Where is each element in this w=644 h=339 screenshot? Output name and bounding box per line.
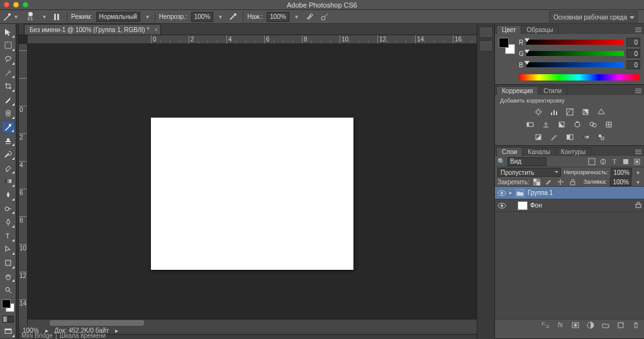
blue-slider[interactable] bbox=[526, 62, 624, 67]
fg-swatch[interactable] bbox=[499, 38, 509, 48]
panel-menu-icon[interactable] bbox=[634, 25, 643, 34]
new-fill-adj-icon[interactable] bbox=[586, 321, 595, 330]
chevron-down-icon[interactable]: ▾ bbox=[144, 12, 151, 22]
tab-channels[interactable]: Каналы bbox=[522, 147, 556, 156]
layer-row[interactable]: ▸ Группа 1 bbox=[495, 187, 644, 199]
hand-tool[interactable] bbox=[1, 270, 15, 283]
filter-smart-icon[interactable] bbox=[633, 157, 641, 166]
black-white-icon[interactable] bbox=[557, 120, 567, 129]
blend-mode-select[interactable]: Нормальный bbox=[96, 12, 140, 22]
layer-name[interactable]: Группа 1 bbox=[528, 189, 553, 196]
lock-transparency-icon[interactable] bbox=[533, 177, 541, 186]
quick-mask-toggle[interactable] bbox=[3, 316, 14, 323]
threshold-icon[interactable] bbox=[565, 133, 575, 142]
vibrance-icon[interactable] bbox=[596, 108, 606, 116]
blend-mode-select[interactable]: Пропустить bbox=[497, 168, 561, 177]
crop-tool[interactable] bbox=[1, 80, 15, 92]
dodge-tool[interactable] bbox=[1, 203, 15, 215]
photo-filter-icon[interactable] bbox=[572, 120, 582, 129]
gradient-map-icon[interactable] bbox=[580, 133, 591, 142]
current-tool-indicator[interactable]: ▾ bbox=[3, 12, 19, 22]
chevron-down-icon[interactable]: ▾ bbox=[635, 177, 641, 187]
opacity-field[interactable]: 100% bbox=[191, 12, 214, 22]
chevron-down-icon[interactable]: ▾ bbox=[41, 12, 48, 22]
visibility-toggle-icon[interactable] bbox=[497, 189, 506, 197]
horizontal-ruler[interactable]: 024681012141618202224 bbox=[28, 35, 477, 44]
gradient-tool[interactable] bbox=[1, 175, 15, 188]
layers-list[interactable]: ▸ Группа 1 Фон bbox=[495, 187, 644, 319]
slider-handle-icon[interactable] bbox=[525, 38, 530, 45]
trash-icon[interactable] bbox=[631, 321, 640, 330]
layer-fill-field[interactable]: 100% bbox=[610, 177, 631, 186]
filter-type-icon[interactable]: T bbox=[610, 157, 619, 166]
marquee-tool[interactable] bbox=[1, 40, 15, 52]
document-tab[interactable]: Без имени-1 @ 100% (Группа 1, RGB/8) * × bbox=[24, 24, 161, 35]
chevron-down-icon[interactable]: ▾ bbox=[635, 167, 641, 177]
slider-handle-icon[interactable] bbox=[525, 61, 530, 67]
color-lookup-icon[interactable] bbox=[604, 120, 614, 129]
collapsed-panel-icon[interactable] bbox=[480, 42, 492, 50]
tab-color[interactable]: Цвет bbox=[496, 25, 521, 34]
exposure-icon[interactable] bbox=[580, 108, 591, 116]
channel-mixer-icon[interactable] bbox=[588, 120, 598, 129]
pressure-size-icon[interactable] bbox=[319, 11, 330, 23]
panel-menu-icon[interactable] bbox=[634, 86, 643, 95]
brush-preset-picker[interactable]: 21 bbox=[23, 11, 37, 23]
lock-pixels-icon[interactable] bbox=[545, 177, 553, 186]
airbrush-icon[interactable] bbox=[304, 11, 315, 23]
horizontal-scrollbar[interactable] bbox=[28, 319, 477, 326]
quick-select-tool[interactable] bbox=[1, 67, 15, 79]
link-layers-icon[interactable] bbox=[541, 321, 550, 330]
mask-icon[interactable] bbox=[571, 321, 580, 330]
levels-icon[interactable] bbox=[549, 108, 559, 116]
posterize-icon[interactable] bbox=[549, 133, 559, 142]
layer-name[interactable]: Фон bbox=[530, 202, 542, 209]
flow-field[interactable]: 100% bbox=[267, 12, 289, 22]
tab-styles[interactable]: Стили bbox=[538, 86, 567, 95]
brush-panel-toggle-icon[interactable] bbox=[52, 11, 63, 23]
move-tool[interactable] bbox=[1, 26, 15, 38]
close-tab-icon[interactable]: × bbox=[154, 26, 158, 33]
zoom-tool[interactable] bbox=[1, 284, 15, 296]
screen-mode-button[interactable] bbox=[1, 325, 15, 338]
green-slider[interactable] bbox=[526, 51, 624, 56]
blue-value-field[interactable]: 0 bbox=[626, 60, 640, 69]
lock-icon[interactable] bbox=[635, 201, 641, 209]
workspace-switcher[interactable]: Основная рабочая среда bbox=[549, 11, 638, 23]
type-tool[interactable]: T bbox=[1, 230, 15, 242]
tab-layers[interactable]: Слои bbox=[496, 147, 523, 156]
green-value-field[interactable]: 0 bbox=[626, 49, 640, 58]
blur-tool[interactable] bbox=[1, 189, 15, 201]
collapsed-dock[interactable] bbox=[477, 24, 494, 339]
tab-timeline[interactable]: Шкала времени bbox=[60, 332, 106, 339]
visibility-toggle-icon[interactable] bbox=[497, 201, 506, 210]
slider-handle-icon[interactable] bbox=[525, 50, 530, 56]
color-balance-icon[interactable] bbox=[541, 120, 551, 129]
healing-tool[interactable] bbox=[1, 108, 15, 120]
tab-mini-bridge[interactable]: Mini Bridge bbox=[21, 332, 53, 339]
new-layer-icon[interactable] bbox=[616, 321, 625, 330]
chevron-down-icon[interactable]: ▾ bbox=[217, 12, 224, 22]
brush-tool[interactable] bbox=[1, 121, 15, 133]
selective-color-icon[interactable] bbox=[596, 133, 606, 142]
canvas-page[interactable] bbox=[151, 118, 353, 270]
lock-all-icon[interactable] bbox=[569, 177, 577, 186]
hue-sat-icon[interactable] bbox=[525, 120, 535, 129]
filter-shape-icon[interactable] bbox=[621, 157, 630, 166]
tab-paths[interactable]: Контуры bbox=[555, 147, 591, 156]
foreground-color-swatch[interactable] bbox=[2, 299, 11, 308]
eraser-tool[interactable] bbox=[1, 162, 15, 174]
spectrum-ramp[interactable] bbox=[519, 74, 639, 81]
stamp-tool[interactable] bbox=[1, 135, 15, 147]
lock-position-icon[interactable] bbox=[557, 177, 565, 186]
disclose-chevron-icon[interactable]: ▸ bbox=[509, 190, 513, 196]
curves-icon[interactable] bbox=[565, 108, 575, 116]
filter-adjust-icon[interactable] bbox=[599, 157, 608, 166]
layer-thumbnail[interactable] bbox=[518, 201, 528, 210]
tab-swatches[interactable]: Образцы bbox=[521, 25, 558, 34]
history-brush-tool[interactable] bbox=[1, 148, 15, 160]
path-select-tool[interactable] bbox=[1, 243, 15, 256]
filter-pixel-icon[interactable] bbox=[587, 157, 596, 166]
vertical-ruler[interactable]: 0246810121416 bbox=[19, 44, 28, 339]
invert-icon[interactable] bbox=[533, 133, 543, 142]
